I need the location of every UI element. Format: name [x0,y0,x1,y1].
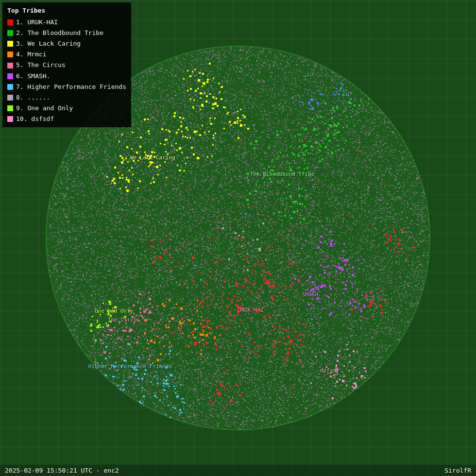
legend-item: 5. The Circus [7,60,126,70]
legend-item-label: 1. URUK-HAI [16,17,58,28]
legend-item: 10. dsfsdf [7,114,126,124]
legend-item: 6. SMASH. [7,71,126,82]
legend-item-label: 9. One and Only [16,103,73,114]
legend-color-swatch [7,19,13,25]
legend-item: 3. We Lack Caring [7,38,126,49]
legend-item: 2. The Bloodbound Tribe [7,28,126,38]
legend-item-label: 8. ...... [16,92,50,103]
legend-item-label: 10. dsfsdf [16,114,54,124]
legend-color-swatch [7,30,13,36]
legend-color-swatch [7,105,13,111]
legend-item: 4. Mrmci [7,49,126,60]
legend-items: 1. URUK-HAI2. The Bloodbound Tribe3. We … [7,17,126,124]
legend-item-label: 3. We Lack Caring [16,38,81,49]
legend-item: 9. One and Only [7,103,126,114]
legend-item-label: 4. Mrmci [16,49,47,60]
legend-title: Top Tribes [7,5,126,16]
status-bar: 2025-02-09 15:50:21 UTC - enc2 SirolfR [0,465,476,476]
legend-color-swatch [7,63,13,68]
legend-color-swatch [7,116,13,122]
legend-item-label: 7. Higher Performance Friends [16,82,126,92]
legend-color-swatch [7,41,13,47]
legend-color-swatch [7,51,13,57]
legend-item: 8. ...... [7,92,126,103]
legend-color-swatch [7,95,13,101]
legend-item-label: 6. SMASH. [16,71,50,82]
legend-color-swatch [7,73,13,79]
legend-item: 7. Higher Performance Friends [7,82,126,92]
server-label: SirolfR [444,467,471,474]
legend-item-label: 2. The Bloodbound Tribe [16,28,103,38]
legend-item-label: 5. The Circus [16,60,66,70]
legend-color-swatch [7,84,13,90]
legend-box: Top Tribes 1. URUK-HAI2. The Bloodbound … [2,2,131,127]
timestamp-label: 2025-02-09 15:50:21 UTC - enc2 [5,467,119,474]
legend-item: 1. URUK-HAI [7,17,126,28]
